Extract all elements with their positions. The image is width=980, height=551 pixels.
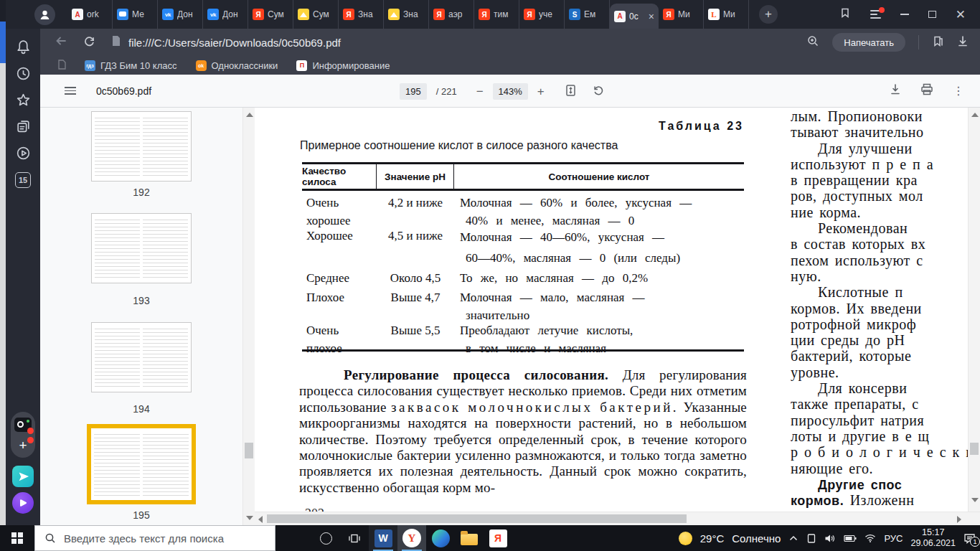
tablet-mode-icon[interactable]	[806, 533, 816, 544]
scroll-up-icon[interactable]	[971, 113, 979, 117]
bookmark-odnoklassniki[interactable]: ok Одноклассники	[196, 60, 278, 71]
tray-chevron-up-icon[interactable]	[788, 534, 798, 542]
browser-tab[interactable]: аэр	[429, 0, 474, 29]
yandex-browser-taskbar-button[interactable]: Y	[397, 525, 426, 551]
browser-tab[interactable]: Ми	[659, 0, 704, 29]
scroll-left-icon[interactable]	[258, 516, 263, 523]
edge-taskbar-button[interactable]	[426, 525, 455, 551]
pdf-download-icon[interactable]	[890, 83, 901, 98]
explorer-taskbar-button[interactable]	[455, 525, 484, 551]
page-thumbnail[interactable]	[91, 111, 192, 182]
zoom-level[interactable]: 143%	[493, 83, 528, 100]
notifications-bell-icon[interactable]	[15, 39, 32, 55]
url-text[interactable]: file:///C:/Users/saier/Downloads/0c50b69…	[128, 37, 341, 49]
history-clock-icon[interactable]	[15, 65, 32, 82]
browser-tab[interactable]: ork	[67, 0, 113, 29]
page-thumbnail[interactable]	[91, 213, 192, 283]
browser-tab[interactable]: тим	[474, 0, 519, 29]
action-center-button[interactable]: 1	[963, 533, 976, 544]
browser-tab-active[interactable]: 0c×	[610, 4, 659, 29]
page-thumbnail-selected[interactable]	[87, 424, 196, 504]
back-icon[interactable]	[55, 35, 67, 50]
close-window-button[interactable]: ✕	[956, 9, 966, 21]
browser-tab[interactable]: Дон	[203, 0, 248, 29]
scrollbar-thumb[interactable]	[245, 443, 253, 458]
calendar-15-icon[interactable]: 15	[15, 172, 31, 188]
profile-avatar[interactable]	[34, 4, 55, 25]
thumbnail-scrollbar[interactable]	[242, 108, 255, 525]
zoom-in-button[interactable]: +	[537, 85, 545, 98]
scrollbar-thumb[interactable]	[970, 443, 979, 455]
print-page-button[interactable]: Напечатать	[832, 33, 905, 52]
weather-condition[interactable]: Солнечно	[732, 532, 781, 545]
word-taskbar-button[interactable]: W	[369, 525, 397, 551]
browser-tab[interactable]: Зна	[339, 0, 384, 29]
capsule-add-button[interactable]: +	[19, 438, 27, 452]
tab-title: Дон	[222, 9, 243, 19]
tab-close-icon[interactable]: ×	[649, 11, 654, 22]
scroll-down-icon[interactable]	[971, 498, 979, 502]
browser-tab[interactable]: уче	[519, 0, 565, 29]
taskbar-search-input[interactable]: Введите здесь текст для поиска	[34, 525, 275, 551]
task-view-button[interactable]	[340, 525, 369, 551]
scroll-down-icon[interactable]	[246, 516, 253, 520]
thumb-page-right	[143, 434, 189, 496]
scroll-right-icon[interactable]	[957, 516, 961, 523]
browser-tab[interactable]: Ме	[113, 0, 158, 29]
weather-sun-icon[interactable]	[679, 532, 692, 545]
pdf-menu-icon[interactable]	[65, 87, 76, 95]
browser-tab[interactable]: Сум	[248, 0, 293, 29]
clock-time: 15:17	[910, 527, 956, 538]
minimize-button[interactable]	[900, 14, 909, 15]
collections-cards-icon[interactable]	[15, 118, 32, 135]
bookmark-page-icon[interactable]	[57, 60, 66, 72]
zoom-page-icon[interactable]	[806, 34, 819, 50]
scrollbar-thumb[interactable]	[267, 514, 687, 523]
fit-page-icon[interactable]	[565, 84, 576, 99]
battery-icon[interactable]	[844, 534, 857, 542]
bookmarks-star-icon[interactable]	[15, 92, 32, 108]
right-column-line: Рекомендован	[791, 220, 970, 236]
browser-menu-icon[interactable]	[870, 10, 881, 19]
screen-capture-icon[interactable]	[14, 418, 32, 432]
browser-tab[interactable]: Ем	[565, 0, 610, 29]
document-vertical-scrollbar[interactable]	[968, 108, 980, 525]
yandex-app-icon: Я	[489, 529, 507, 547]
start-button[interactable]	[0, 525, 34, 551]
collections-flag-icon[interactable]	[932, 35, 944, 50]
browser-tab[interactable]: Ми	[704, 0, 749, 29]
downloads-icon[interactable]	[957, 35, 969, 50]
alice-assistant-icon[interactable]	[12, 492, 34, 514]
side-panel-icon[interactable]	[839, 7, 851, 22]
yandex-app-taskbar-button[interactable]: Я	[484, 525, 512, 551]
reload-icon[interactable]	[83, 35, 95, 50]
scroll-up-icon[interactable]	[246, 113, 253, 117]
keyboard-language[interactable]: РУС	[884, 533, 903, 544]
rotate-page-icon[interactable]	[593, 84, 605, 98]
video-play-icon[interactable]	[15, 145, 32, 161]
messenger-icon[interactable]	[12, 466, 34, 487]
bookmark-gdz[interactable]: гдз ГДЗ Бим 10 класс	[85, 60, 177, 71]
task-view-icon	[348, 533, 361, 544]
cell-acids: То же, но масляная — до 0,2%	[454, 269, 744, 287]
strip-grey	[0, 63, 6, 525]
browser-tab[interactable]: Зна	[384, 0, 429, 29]
zoom-out-button[interactable]: −	[476, 85, 484, 98]
volume-icon[interactable]	[824, 534, 836, 543]
browser-tab[interactable]: Сум	[293, 0, 339, 29]
cortana-button[interactable]	[311, 525, 340, 551]
document-horizontal-scrollbar[interactable]	[255, 512, 980, 525]
pdf-print-icon[interactable]	[920, 83, 933, 98]
current-page-input[interactable]: 195	[400, 83, 427, 100]
new-tab-button[interactable]: +	[759, 5, 778, 24]
pdf-more-icon[interactable]: ⋮	[953, 84, 964, 98]
weather-temperature[interactable]: 29°C	[700, 532, 725, 545]
page-thumbnail[interactable]	[91, 322, 192, 392]
wifi-icon[interactable]	[864, 534, 876, 542]
taskbar-clock[interactable]: 15:17 29.06.2021	[910, 527, 956, 549]
thumbnail-panel: 192 193 194 195	[40, 108, 255, 525]
maximize-button[interactable]	[928, 11, 936, 18]
browser-tab[interactable]: Дон	[158, 0, 203, 29]
bookmark-pfr[interactable]: П Информирование	[296, 60, 390, 71]
thumbnail-page-number: 195	[91, 509, 192, 521]
